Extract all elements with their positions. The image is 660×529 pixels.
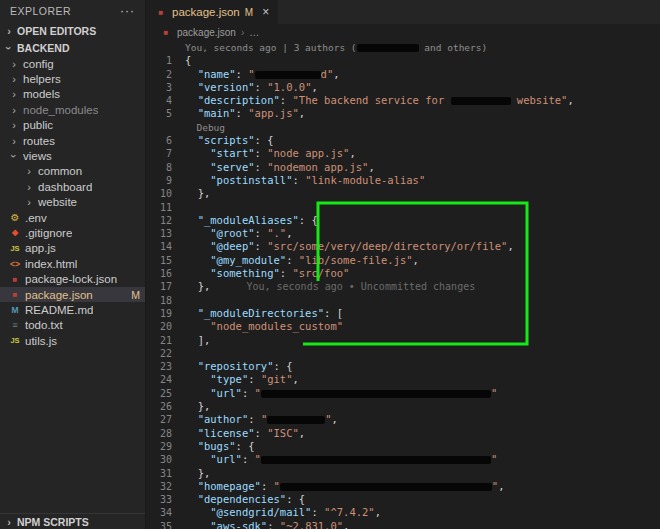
line-number: 15 [146,254,172,267]
code-line-31: 31 }, [146,467,660,480]
line-number: 32 [146,480,172,493]
line-number: 34 [146,506,172,519]
breadcrumb-file[interactable]: package.json [177,27,236,38]
code-line-7: 7 "start": "node app.js", [146,147,660,160]
line-number: 17 [146,280,172,293]
line-number: 16 [146,267,172,280]
breadcrumb-more[interactable]: … [249,27,259,38]
code-line-content: "@root": ".", [172,227,293,240]
code-token: , [286,227,292,239]
code-line-content: "bugs": { [172,440,255,453]
tab-label: package.json [172,6,240,18]
code-token: "_moduleAliases" [198,214,299,226]
tree-folder-public[interactable]: ›public [0,118,145,133]
root-folder-section-header[interactable]: › BACKEND [0,39,145,56]
code-line-5: 5 "main": "app.js", [146,107,660,120]
tree-folder-website[interactable]: ›website [0,195,145,210]
code-area[interactable]: You, seconds ago | 3 authors ( and other… [146,40,660,529]
tree-file-todo.txt[interactable]: ≡todo.txt [0,318,145,333]
code-line-28: 28 "license": "ISC", [146,427,660,440]
tree-folder-models[interactable]: ›models [0,87,145,102]
line-number [146,41,172,54]
code-line-14: 14 "@deep": "src/some/very/deep/director… [146,240,660,253]
code-line-content: "postinstall": "link-module-alias" [172,174,425,187]
tree-folder-dashboard[interactable]: ›dashboard [0,179,145,194]
line-number: 23 [146,360,172,373]
code-token: : [292,174,305,186]
tree-file-index.html[interactable]: <>index.html [0,256,145,271]
chevron-right-icon: › [9,104,19,116]
tree-file-package.json[interactable]: ■package.jsonM [0,287,145,302]
line-number: 6 [146,134,172,147]
code-token: : [255,227,268,239]
code-line-content: "@my_module": "lib/some-file.js", [172,254,419,267]
code-line-10: 10 }, [146,187,660,200]
tree-file-app.js[interactable]: JSapp.js [0,241,145,256]
redaction-bar [267,416,325,424]
code-token: "something" [210,267,280,279]
tree-item-label: views [23,150,52,162]
tree-folder-node_modules[interactable]: ›node_modules [0,102,145,117]
code-token: : [255,161,268,173]
npm-scripts-section-header[interactable]: › NPM SCRIPTS [0,513,145,529]
code-line-34: 34 "@sendgrid/mail": "^7.4.2", [146,506,660,519]
tree-file-README.md[interactable]: MREADME.md [0,302,145,317]
code-token: }, [185,280,210,292]
line-number: 35 [146,520,172,529]
tree-folder-common[interactable]: ›common [0,164,145,179]
code-token: , [413,254,419,266]
js-file-icon: JS [9,244,21,253]
code-token: d" [321,68,334,80]
explorer-sidebar: EXPLORER ··· › OPEN EDITORS › BACKEND ›c… [0,0,145,529]
open-editors-section-header[interactable]: › OPEN EDITORS [0,22,145,39]
code-token [185,373,210,385]
tree-folder-views[interactable]: ›views [0,148,145,163]
tree-file-.env[interactable]: ⚙.env [0,210,145,225]
line-number: 27 [146,413,172,426]
code-token [185,520,210,529]
close-icon[interactable]: × [262,5,269,19]
tree-folder-config[interactable]: ›config [0,56,145,71]
tree-folder-routes[interactable]: ›routes [0,133,145,148]
code-token: : [ [324,307,343,319]
code-line-1: 1{ [146,54,660,67]
code-token: : [261,480,274,492]
code-line-content [172,347,185,360]
npm-file-icon: ■ [155,8,167,17]
chevron-right-icon: › [9,119,19,131]
gear-icon: ⚙ [9,212,21,223]
tree-item-label: website [38,196,77,208]
code-token: : [242,453,255,465]
line-number: 18 [146,294,172,307]
code-line-6: 6 "scripts": { [146,134,660,147]
tree-item-label: config [23,58,54,70]
code-line-20: 20 "node_modules_custom" [146,320,660,333]
code-token: : { [274,360,293,372]
code-token [185,134,198,146]
code-line-content: "main": "app.js", [172,107,305,120]
tree-file-utils.js[interactable]: JSutils.js [0,333,145,348]
code-token: "ISC" [267,427,299,439]
code-token: "url" [210,387,242,399]
tree-folder-helpers[interactable]: ›helpers [0,71,145,86]
git-modified-badge: M [245,7,253,18]
code-token [185,107,198,119]
code-token [185,387,210,399]
code-line-12: 12 "_moduleAliases": { [146,214,660,227]
code-token: , [368,161,374,173]
code-token: "repository" [198,360,274,372]
line-number: 2 [146,68,172,81]
tab-package-json[interactable]: ■ package.json M × [146,0,278,24]
code-line-33: 33 "dependencies": { [146,493,660,506]
tree-file-package-lock.json[interactable]: ■package-lock.json [0,271,145,286]
breadcrumb: ■ package.json › … [146,24,660,40]
line-number: 28 [146,427,172,440]
codelens-line: Debug [146,121,660,134]
explorer-actions-icon[interactable]: ··· [120,4,135,18]
line-number: 8 [146,161,172,174]
code-line-content: "url": "" [172,387,497,400]
chevron-right-icon: › [24,165,34,177]
code-token: : [280,267,293,279]
tree-file-.gitignore[interactable]: ◆.gitignore [0,225,145,240]
code-token: }, [185,187,210,199]
